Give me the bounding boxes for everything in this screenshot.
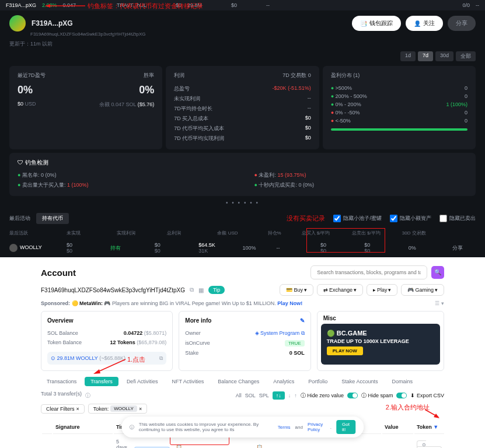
topbar-addr: F319A...pXG [6,2,36,8]
annotation-box-trades [306,228,385,253]
full-address: F319A69huqLXDZFSo84wSwkE3p3vcfgYiHTjd4tZ… [30,32,485,40]
tab-1d[interactable]: 1d [400,51,416,61]
person-icon: 👤 [414,20,421,27]
pager-dots: • • • • • • [0,196,485,209]
top-bar: F319A...pXG 2.98% 0.047 TRAvT...hUL $0 2… [0,0,485,10]
search-button[interactable]: 🔍 [431,266,444,279]
pnl-card: 最近7D盈亏胜率 0%0% $0 USD余额 0.047 SOL ($5.76) [9,66,162,149]
topbar-pct: 2.98% [42,2,57,8]
sponsored-row: Sponsored: 🟡 MetaWin: 🎮 Players are winn… [41,300,444,306]
cb-hide-sold[interactable]: 隐藏已卖出 [439,214,476,223]
cookie-banner: ⓘ This website uses cookies to improve y… [121,416,364,438]
edit-icon[interactable]: ✎ [300,317,305,324]
profile-name: F319A...pXG [32,19,73,27]
bookmark-icon: 📑 [360,20,367,27]
tab-transfers[interactable]: Transfers [85,377,118,386]
svg-marker-5 [434,414,439,418]
explorer-tabs: Transactions Transfers Defi Activities N… [41,377,444,386]
qr-icon[interactable]: ▦ [198,287,204,293]
sort-btn[interactable]: ↑↓ [273,391,285,400]
dist-bar [331,128,467,131]
tab-domains[interactable]: Domains [386,377,418,386]
filter-row: 最后活动 持有代币 没有买卖记录 隐藏小池子/蜜罐 隐藏小额资产 隐藏已卖出 [0,209,485,228]
tab-stake[interactable]: Stake Accounts [336,377,383,386]
account-address: F319A69huqLXDZFSo84wSwkE3p3vcfgYiHTjd4tZ… [41,287,185,293]
misc-card: Misc 🟢 BC.GAME TRADE UP TO 1000X LEVERAG… [317,311,444,371]
share-button[interactable]: 分享 [448,16,476,31]
bc-game-ad[interactable]: 🟢 BC.GAME TRADE UP TO 1000X LEVERAGE PLA… [321,324,440,365]
privacy-link[interactable]: Privacy Policy [308,422,326,432]
time-tabs: 1d 7d 30d 全部 [0,51,485,66]
tab-portfolio[interactable]: Portfolio [302,377,333,386]
owner-link[interactable]: ◈ System Program ⧉ [255,330,305,337]
filter-holdings[interactable]: 持有代币 [36,213,69,224]
cookie-accept[interactable]: Got it! [336,420,355,434]
toggle-zero[interactable] [347,393,358,398]
search-input[interactable] [310,265,427,279]
filter-spl[interactable]: SPL [259,393,269,398]
export-csv[interactable]: ⬇ Export CSV [410,393,444,398]
tab-analytics[interactable]: Analytics [267,377,300,386]
clear-filters[interactable]: Clear Filters × [41,404,85,414]
watch-button[interactable]: 👤关注 [406,16,443,31]
tab-transactions[interactable]: Transactions [41,377,82,386]
exchange-dropdown[interactable]: ⇄ Exchange ▾ [317,284,363,296]
moreinfo-card: More info✎ Owner◈ System Program ⧉ isOnC… [179,311,310,371]
filter-sol[interactable]: SOL [245,393,256,398]
holdings-header: 最后活跃 未实现 实现利润 总利润 余额 USD 持仓% 总买入 $/平均 总卖… [0,228,485,239]
menu-icon[interactable]: ☰ ▾ [435,300,444,306]
gaming-dropdown[interactable]: 🎮 Gaming ▾ [401,284,444,296]
cb-hide-pool[interactable]: 隐藏小池子/蜜罐 [333,214,382,223]
token-filter[interactable]: Token: WOOLLY × [88,404,147,414]
filter-icon[interactable]: ▼ [433,424,438,430]
tab-all[interactable]: 全部 [456,51,476,61]
tab-balance[interactable]: Balance Changes [212,377,265,386]
cb-hide-small[interactable]: 隐藏小额资产 [390,214,431,223]
profit-card: 利润7D 交易数 0 总盈亏-$20K (-51.51%) 未实现利润-- 7D… [166,66,319,149]
avatar [9,15,26,32]
tab-nft[interactable]: NFT Activities [166,377,210,386]
toggle-spam[interactable] [396,393,407,398]
row-share-btn[interactable]: 分享 [452,244,476,252]
copy-icon[interactable]: ⧉ [190,286,194,293]
terms-link[interactable]: Terms [278,425,291,430]
buy-dropdown[interactable]: 💳 Buy ▾ [280,284,313,296]
playnow-link[interactable]: Play Now! [277,300,302,306]
woolly-link[interactable]: ⊙ 29.81M WOOLLY (~$65.88K) ⧉ [47,352,166,365]
tab-defi[interactable]: Defi Activities [121,377,164,386]
token-icon [9,244,18,252]
holding-row[interactable]: WOOLLY $0$0 持有 $0$0 $64.5K31K 100% -- $0… [0,239,485,257]
annotation-phishing: 钓鱼标签：代表该代币有过资金转移记录 [88,2,203,10]
overview-card: Overview SOL Balance0.04722 ($5.8071) To… [41,311,173,371]
signature-link[interactable]: wgWdKrxWNGYjZUB... [53,435,113,448]
filter-all[interactable]: All [236,393,242,398]
distribution-card: 盈利分布 (1) ● >500%0 ● 200% - 500%0 ● 0% - … [323,66,476,149]
tip-button[interactable]: Tip [208,286,225,294]
follow-button[interactable]: 📑钱包跟踪 [352,16,401,31]
phishing-detection: 🛡 钓鱼检测 ● 黑名单: 0 (0%) ● 卖出量大于买入量: 1 (100%… [9,153,476,196]
page-title: Account [41,268,76,278]
play-dropdown[interactable]: ▸ Play ▾ [367,284,398,296]
updated-meta: 更新于：11m 以前 [0,40,485,51]
tab-7d[interactable]: 7d [418,51,433,61]
token-badge[interactable]: ⊙ WOOLLY [417,440,442,449]
tab-30d[interactable]: 30d [435,51,453,61]
